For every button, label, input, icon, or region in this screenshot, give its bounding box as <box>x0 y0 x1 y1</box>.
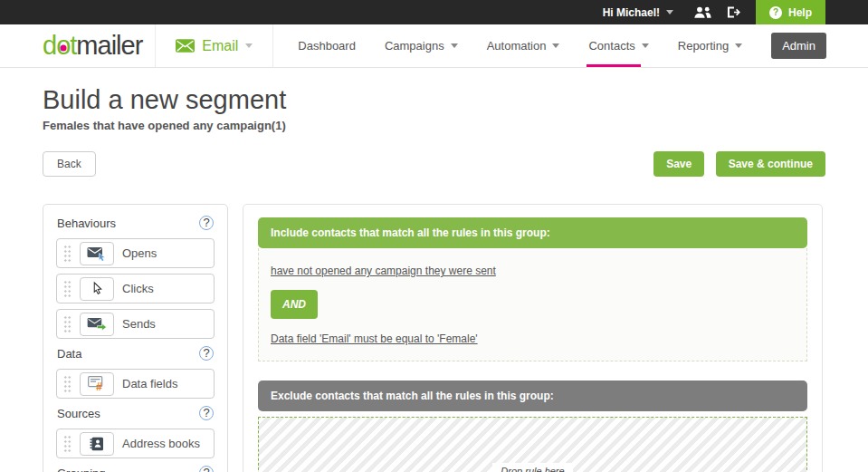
chevron-down-icon <box>735 43 742 48</box>
logo-letter-o: o <box>56 33 70 59</box>
behaviours-help-icon[interactable]: ? <box>199 216 214 230</box>
exclude-group-header: Exclude contacts that match all the rule… <box>258 380 807 411</box>
logout-icon[interactable] <box>726 5 741 19</box>
contacts-people-icon[interactable] <box>693 5 712 19</box>
data-fields-icon: # <box>88 376 106 391</box>
sources-help-icon[interactable]: ? <box>199 406 214 420</box>
clicks-icon <box>91 281 103 296</box>
section-header-behaviours: Behaviours ? <box>57 216 214 230</box>
nav-item-campaigns[interactable]: Campaigns <box>370 24 472 67</box>
logo-pink-dot <box>60 44 66 51</box>
rule-not-opened[interactable]: have not opened any campaign they were s… <box>271 265 496 277</box>
exclude-drop-zone[interactable]: Drop rule here <box>258 417 807 472</box>
drag-handle[interactable] <box>63 435 72 453</box>
sends-icon <box>87 317 108 332</box>
include-group-header: Include contacts that match all the rule… <box>258 217 807 248</box>
nav-menu: Dashboard Campaigns Automation Contacts … <box>283 24 757 67</box>
logo-letter-d: d <box>43 31 56 60</box>
grouping-help-icon[interactable]: ? <box>199 466 214 472</box>
nav-item-dashboard[interactable]: Dashboard <box>283 24 370 67</box>
user-greeting: Hi Michael! <box>603 6 660 19</box>
segment-name-subtitle: Females that have opened any campaign(1) <box>43 119 825 132</box>
drag-handle[interactable] <box>63 245 72 263</box>
palette-item-opens[interactable]: Opens <box>56 238 215 268</box>
admin-button[interactable]: Admin <box>771 33 826 59</box>
page-title: Build a new segment <box>43 85 825 115</box>
palette-item-clicks[interactable]: Clicks <box>56 274 215 303</box>
section-header-data: Data ? <box>57 346 214 361</box>
palette-item-address-books[interactable]: Address books <box>56 429 215 458</box>
address-books-icon <box>89 437 105 451</box>
email-envelope-icon <box>176 39 195 53</box>
nav-item-contacts[interactable]: Contacts <box>574 24 663 67</box>
help-button[interactable]: ? Help <box>756 0 825 24</box>
include-group-body: have not opened any campaign they were s… <box>258 248 807 361</box>
drag-handle[interactable] <box>63 280 72 298</box>
main-navbar: dotmailer Email Dashboard Campaigns Auto… <box>0 24 868 68</box>
drag-handle[interactable] <box>63 375 72 393</box>
and-operator-button[interactable]: AND <box>271 290 318 319</box>
logo-rest: mailer <box>76 31 142 60</box>
save-button[interactable]: Save <box>653 151 704 177</box>
dotmailer-logo[interactable]: dotmailer <box>43 33 142 59</box>
nav-item-automation[interactable]: Automation <box>472 24 575 67</box>
palette-item-sends[interactable]: Sends <box>56 309 215 339</box>
chevron-down-icon <box>642 43 649 48</box>
chevron-down-icon <box>552 43 559 48</box>
segment-builder: Include contacts that match all the rule… <box>243 204 823 472</box>
nav-item-reporting[interactable]: Reporting <box>663 24 757 67</box>
nav-separator <box>272 24 273 67</box>
drop-rule-hint: Drop rule here <box>492 463 572 472</box>
svg-text:#: # <box>96 380 102 391</box>
back-button[interactable]: Back <box>43 151 96 177</box>
palette-item-data-fields[interactable]: # Data fields <box>56 369 215 399</box>
section-header-grouping: Grouping ? <box>57 466 214 472</box>
help-question-icon: ? <box>769 6 782 19</box>
chevron-down-icon <box>245 43 253 48</box>
rule-data-field-email[interactable]: Data field 'Email' must be equal to 'Fem… <box>271 332 478 345</box>
opens-icon <box>87 246 108 261</box>
product-switcher-email[interactable]: Email <box>156 24 272 67</box>
user-menu[interactable]: Hi Michael! <box>603 6 673 19</box>
drag-handle[interactable] <box>63 315 72 333</box>
product-label: Email <box>202 38 238 54</box>
save-actions: Save Save & continue <box>646 151 825 177</box>
chevron-down-icon <box>666 10 673 14</box>
save-continue-button[interactable]: Save & continue <box>716 151 825 177</box>
top-bar: Hi Michael! ? Help <box>0 0 868 24</box>
chevron-down-icon <box>451 43 458 48</box>
help-label: Help <box>788 6 812 19</box>
section-header-sources: Sources ? <box>57 406 214 420</box>
rule-palette: Behaviours ? Opens Clicks <box>43 204 228 472</box>
data-help-icon[interactable]: ? <box>199 346 214 361</box>
